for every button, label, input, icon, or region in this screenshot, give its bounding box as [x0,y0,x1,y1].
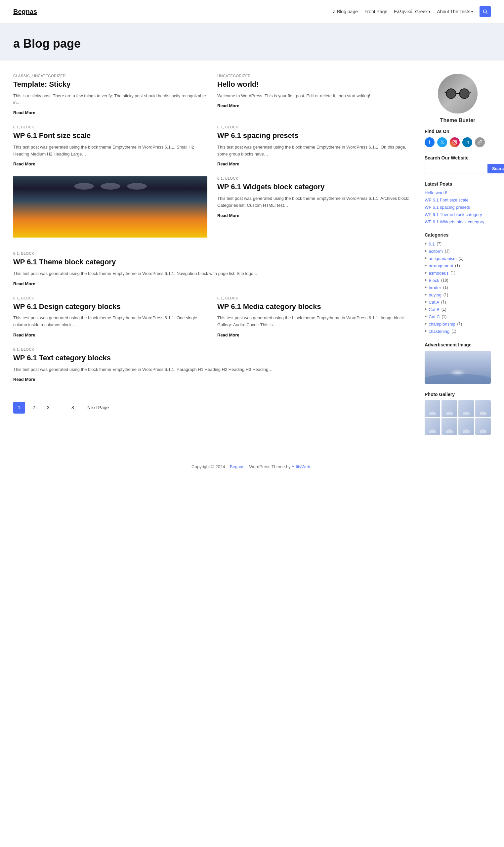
gallery-thumb-8[interactable] [475,418,491,435]
list-item: • Block (18) [425,277,491,283]
latest-post-link[interactable]: WP 6.1 Theme block category [425,212,482,217]
nav-item-about[interactable]: About The Tests ▾ [437,9,473,14]
read-more-font[interactable]: Read More [13,161,208,166]
gallery-thumb-6[interactable] [442,418,457,435]
clouds-decoration [13,183,208,190]
svg-line-1 [486,13,487,14]
category-count: (1) [457,322,462,326]
search-form: Search [425,164,491,173]
gallery-thumb-3[interactable] [458,400,474,417]
latest-posts-section: Latest Posts Hello world! WP 6.1 Font si… [425,181,491,224]
read-more-spacing[interactable]: Read More [217,161,411,166]
category-link[interactable]: 6.1 [429,242,435,247]
footer-theme-link[interactable]: ArtifyWeb [292,464,310,469]
category-count: (7) [436,242,442,246]
bullet-icon: • [425,306,427,312]
category-link[interactable]: buying [429,293,441,297]
instagram-icon[interactable] [450,137,460,147]
gallery-thumb-decoration [480,429,486,433]
gallery-thumb-decoration [463,411,470,415]
category-link[interactable]: Cat C [429,314,439,319]
category-link[interactable]: Block [429,278,439,283]
bullet-icon: • [425,241,427,247]
gallery-thumb-decoration [446,429,453,433]
svg-point-3 [460,89,469,98]
bullet-icon: • [425,328,427,334]
latest-post-link[interactable]: Hello world! [425,190,447,195]
gallery-thumb-decoration [429,411,436,415]
gallery-thumb-5[interactable] [425,418,440,435]
category-link[interactable]: Cat A [429,300,439,305]
author-avatar [438,74,478,113]
gallery-thumb-2[interactable] [442,400,457,417]
read-more-theme[interactable]: Read More [13,281,411,286]
category-count: (1) [450,271,455,275]
svg-line-5 [445,92,446,93]
gallery-thumb-1[interactable] [425,400,440,417]
search-input[interactable] [425,164,486,173]
latest-post-link[interactable]: WP 6.1 spacing presets [425,205,470,210]
list-item: • Cat B (1) [425,306,491,312]
gallery-thumb-4[interactable] [475,400,491,417]
category-link[interactable]: aciform [429,249,443,254]
read-more-sticky[interactable]: Read More [13,110,208,115]
instagram-svg [452,140,457,145]
read-more-design[interactable]: Read More [13,333,208,337]
nav-item-blog[interactable]: a Blog page [333,9,358,14]
post-excerpt: This test post was generated using the b… [13,144,208,158]
category-link[interactable]: antiquarianism [429,256,457,261]
search-icon [483,9,488,14]
next-page-button[interactable]: Next Page [82,402,115,413]
read-more-hello[interactable]: Read More [217,103,411,108]
pagination: 1 2 3 … 8 Next Page [13,395,411,413]
read-more-widgets[interactable]: Read More [217,213,411,218]
site-title[interactable]: Begnas [13,8,37,16]
page-1-button[interactable]: 1 [13,402,25,413]
gallery-thumb-7[interactable] [458,418,474,435]
post-card-widgets: 6.1, BLOCK WP 6.1 Widgets block category… [217,176,411,242]
linkedin-icon[interactable]: in [462,137,472,147]
category-link[interactable]: broder [429,285,441,290]
search-button[interactable]: Search [487,164,504,173]
facebook-icon[interactable]: f [425,137,435,147]
site-content: CLASSIC, UNCATEGORIZED Template: Sticky … [0,60,504,456]
latest-posts-title: Latest Posts [425,181,491,187]
bullet-icon: • [425,270,427,276]
post-title: Hello world! [217,80,411,89]
post-card-media: 6.1, BLOCK WP 6.1 Media category blocks … [217,296,411,337]
list-item: • 6.1 (7) [425,241,491,247]
category-link-championship[interactable]: championship [429,322,455,327]
search-icon-button[interactable] [480,6,491,17]
latest-post-link[interactable]: WP 6.1 Widgets block category [425,219,484,224]
read-more-media[interactable]: Read More [217,333,411,337]
nav-item-front[interactable]: Front Page [364,9,387,14]
latest-post-link[interactable]: WP 6.1 Font size scale [425,197,469,202]
cloud-2 [101,183,120,190]
category-link[interactable]: chastening [429,329,449,334]
post-meta: 6.1, BLOCK [13,125,208,129]
link-icon[interactable] [475,137,485,147]
page-2-button[interactable]: 2 [28,402,40,413]
list-item: • Cat A (1) [425,299,491,305]
svg-line-6 [469,92,471,93]
ad-title: Advertisement Image [425,342,491,348]
list-item: • chastening (1) [425,328,491,334]
page-8-button[interactable]: 8 [67,402,79,413]
nav-item-greek[interactable]: Ελληνικά–Greek ▾ [394,9,430,14]
twitter-icon[interactable]: 𝕏 [437,137,447,147]
bullet-icon: • [425,314,427,320]
page-hero: a Blog page [0,23,504,60]
post-meta: 6.1, BLOCK [217,296,411,300]
advertisement-section: Advertisement Image [425,342,491,384]
category-count: (1) [441,300,446,304]
category-link[interactable]: arrangement [429,263,453,268]
category-count: (18) [441,278,448,283]
category-link[interactable]: asmodeus [429,271,448,276]
footer-site-link[interactable]: Begnas [230,464,245,469]
read-more-text[interactable]: Read More [13,377,411,382]
post-meta: UNCATEGORIZED [217,74,411,78]
page-title: a Blog page [13,37,491,51]
page-3-button[interactable]: 3 [42,402,54,413]
category-link[interactable]: Cat B [429,307,439,312]
list-item: • championship (1) [425,321,491,327]
